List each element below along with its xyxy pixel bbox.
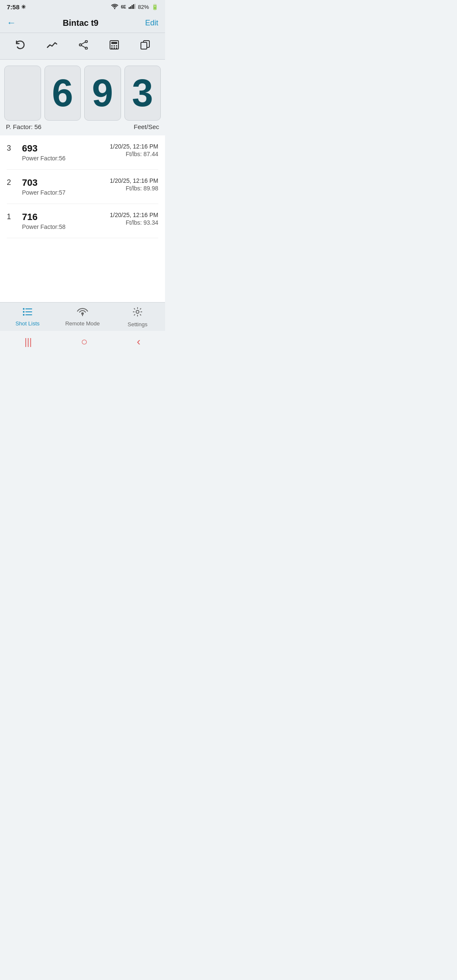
shot-timestamp-1: 1/20/25, 12:16 PM [110,212,158,218]
svg-rect-15 [116,45,117,47]
svg-point-26 [23,314,25,316]
shot-timestamp-2: 1/20/25, 12:16 PM [110,177,158,184]
shot-number-3: 3 [7,143,22,153]
speed-display-section: 6 9 3 P. Factor: 56 Feet/Sec [0,60,165,135]
svg-point-29 [136,311,139,314]
svg-rect-2 [130,6,131,9]
speed-cards: 6 9 3 [4,66,161,121]
shot-power-1: Power Factor:58 [22,223,110,230]
svg-rect-4 [133,4,134,9]
wifi-icon [111,3,118,11]
signal-6e-label: 6E [121,5,126,9]
svg-rect-14 [114,45,115,47]
asterisk-icon: ✳ [21,4,26,10]
shot-time-1: 1/20/25, 12:16 PM Ft/lbs: 93.34 [110,212,158,226]
shot-info-1: 716 Power Factor:58 [22,212,110,230]
shot-power-3: Power Factor:56 [22,155,110,162]
shot-time-2: 1/20/25, 12:16 PM Ft/lbs: 89.98 [110,177,158,192]
shot-list: 3 693 Power Factor:56 1/20/25, 12:16 PM … [0,135,165,270]
android-home-button[interactable]: ○ [81,335,88,348]
shot-lists-icon [22,308,33,319]
svg-point-25 [23,311,25,313]
battery-label: 82% [138,4,149,10]
shot-timestamp-3: 1/20/25, 12:16 PM [110,143,158,150]
battery-icon: 🔋 [151,4,158,10]
status-icons: 6E 82% 🔋 [111,3,158,11]
android-nav-bar: ||| ○ ‹ [0,331,165,353]
sidebar-item-remote-mode[interactable]: Remote Mode [55,308,110,327]
power-factor-label: P. Factor: 56 [6,123,41,130]
digit-6: 6 [52,74,73,112]
shot-ftlbs-3: Ft/lbs: 87.44 [110,151,158,157]
settings-icon [132,307,143,319]
shot-time-3: 1/20/25, 12:16 PM Ft/lbs: 87.44 [110,143,158,157]
shot-velocity-1: 716 [22,212,110,223]
svg-point-27 [81,312,84,315]
undo-button[interactable] [11,39,30,54]
svg-line-9 [81,42,85,44]
copy-button[interactable] [136,38,154,54]
back-button[interactable]: ← [7,17,16,28]
shot-info-2: 703 Power Factor:57 [22,177,110,196]
edit-button[interactable]: Edit [145,19,158,28]
time-label: 7:58 [7,3,19,11]
shot-info-3: 693 Power Factor:56 [22,143,110,162]
sidebar-item-settings[interactable]: Settings [110,307,165,328]
shot-velocity-3: 693 [22,143,110,154]
svg-line-10 [81,46,85,48]
remote-mode-label: Remote Mode [65,320,100,327]
svg-rect-3 [132,5,133,9]
svg-rect-17 [114,47,115,49]
table-row[interactable]: 1 716 Power Factor:58 1/20/25, 12:16 PM … [7,204,158,238]
android-back-button[interactable]: ‹ [137,335,140,348]
speed-meta: P. Factor: 56 Feet/Sec [4,121,161,135]
digit-9: 9 [92,74,113,112]
svg-rect-20 [141,42,147,49]
settings-label: Settings [128,321,148,328]
toolbar [0,33,165,60]
svg-rect-16 [111,47,113,49]
svg-point-24 [23,308,25,310]
unit-label: Feet/Sec [134,123,159,130]
shot-number-1: 1 [7,212,22,221]
table-row[interactable]: 2 703 Power Factor:57 1/20/25, 12:16 PM … [7,170,158,204]
shot-velocity-2: 703 [22,177,110,188]
chart-button[interactable] [42,39,62,53]
table-row[interactable]: 3 693 Power Factor:56 1/20/25, 12:16 PM … [7,135,158,170]
svg-rect-1 [129,7,130,9]
shot-ftlbs-1: Ft/lbs: 93.34 [110,219,158,226]
svg-point-7 [79,44,81,46]
share-button[interactable] [74,39,93,54]
svg-point-0 [114,8,115,9]
speed-card-6: 6 [44,66,81,121]
svg-point-6 [85,41,87,43]
bottom-nav: Shot Lists Remote Mode Settings [0,302,165,331]
shot-lists-label: Shot Lists [15,320,39,327]
shot-number-2: 2 [7,177,22,187]
content-spacer [0,270,165,303]
status-bar: 7:58 ✳ 6E 82% 🔋 [0,0,165,13]
shot-power-2: Power Factor:57 [22,189,110,196]
status-time: 7:58 ✳ [7,3,26,11]
shot-ftlbs-2: Ft/lbs: 89.98 [110,185,158,192]
page-title: Bintac t9 [63,18,98,28]
nav-header: ← Bintac t9 Edit [0,13,165,33]
sidebar-item-shot-lists[interactable]: Shot Lists [0,308,55,327]
svg-rect-13 [111,45,113,47]
android-menu-button[interactable]: ||| [25,336,32,347]
digit-3: 3 [132,74,153,112]
speed-card-9: 9 [84,66,121,121]
speed-card-empty [4,66,41,121]
speed-card-3: 3 [124,66,161,121]
signal-bars-icon [129,4,135,10]
svg-rect-12 [111,42,117,44]
svg-point-8 [85,47,87,50]
svg-rect-18 [116,47,117,49]
calculator-button[interactable] [105,38,124,54]
svg-rect-5 [135,4,135,9]
remote-mode-icon [77,308,88,319]
